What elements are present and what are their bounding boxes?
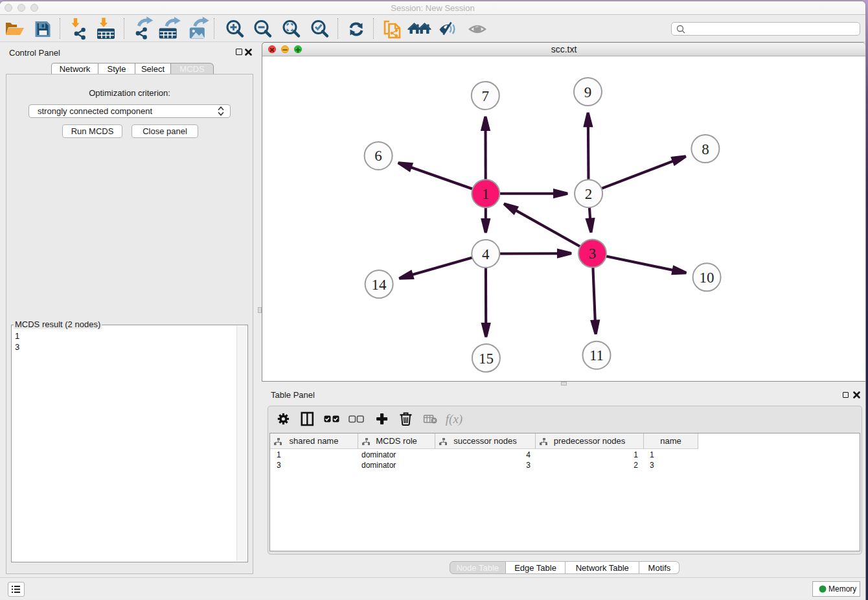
svg-text:14: 14 — [372, 277, 387, 293]
svg-text:f(x): f(x) — [446, 412, 463, 426]
svg-text:8: 8 — [702, 141, 709, 157]
svg-text:7: 7 — [482, 88, 490, 104]
svg-text:15: 15 — [479, 351, 494, 367]
svg-text:10: 10 — [700, 270, 714, 286]
svg-text:2: 2 — [585, 186, 593, 202]
svg-text:11: 11 — [589, 347, 604, 363]
svg-text:9: 9 — [584, 84, 592, 100]
svg-text:1: 1 — [482, 186, 490, 202]
svg-text:3: 3 — [589, 246, 597, 262]
svg-text:6: 6 — [374, 148, 382, 164]
svg-text:4: 4 — [482, 246, 490, 262]
